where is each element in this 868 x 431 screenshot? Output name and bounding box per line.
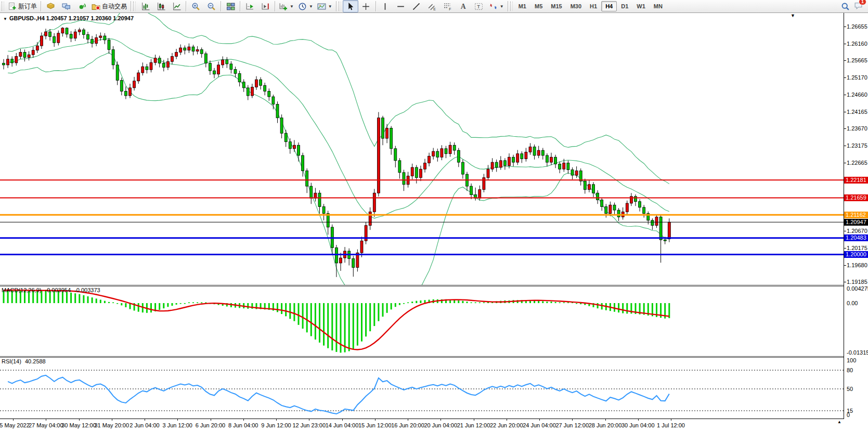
profiles-button[interactable]: [43, 0, 58, 12]
bar-chart-button[interactable]: [137, 0, 153, 12]
candle: [419, 166, 422, 181]
candle: [310, 183, 313, 204]
candle: [441, 145, 443, 160]
toolbar-grip[interactable]: [510, 2, 513, 11]
new-order-icon: [8, 2, 17, 11]
candle: [87, 32, 89, 43]
timeframe-h1[interactable]: H1: [586, 1, 601, 11]
candle: [352, 256, 355, 277]
equidistant-channel-button[interactable]: E: [424, 0, 440, 12]
autotrade-button[interactable]: 自动交易: [89, 0, 129, 12]
timeframe-m1[interactable]: M1: [514, 1, 530, 11]
line-chart-button[interactable]: [169, 0, 184, 12]
notifications-button[interactable]: 1: [854, 1, 863, 12]
candle: [394, 146, 397, 167]
bar-chart-icon: [141, 2, 150, 11]
macd-indicator-plot[interactable]: [0, 286, 844, 356]
time-axis-label: 28 Jun 20:00: [589, 422, 622, 428]
arrows-button[interactable]: ▼: [487, 0, 506, 12]
draw-buttons-group: EFAT▼: [343, 0, 506, 12]
candle: [503, 158, 506, 169]
toolbar-grip[interactable]: [2, 2, 4, 11]
candlestick-chart-icon: [157, 2, 165, 11]
time-axis-label: 9 Jun 12:00: [261, 422, 291, 428]
chevron-down-icon: ▼: [500, 4, 504, 9]
chevron-down-icon: ▼: [3, 17, 7, 21]
candle: [226, 57, 228, 68]
arrows-icon: [489, 2, 498, 11]
candle: [411, 164, 413, 179]
new-chart-button[interactable]: ▼: [277, 0, 296, 12]
candle: [306, 168, 308, 193]
timeframe-m5[interactable]: M5: [530, 1, 547, 11]
timeframe-d1[interactable]: D1: [617, 1, 632, 11]
candle: [626, 201, 628, 215]
timeframe-m30[interactable]: M30: [566, 1, 586, 11]
text-button[interactable]: A: [456, 0, 471, 12]
crosshair-button[interactable]: [358, 0, 374, 12]
price-axis[interactable]: 1.266551.261601.256651.251701.246601.241…: [844, 13, 868, 419]
timeframe-mn[interactable]: MN: [650, 1, 667, 11]
candle: [369, 207, 371, 230]
candle: [264, 83, 266, 95]
main-chart-plot[interactable]: [0, 13, 844, 285]
candle: [66, 28, 68, 38]
chart-shift-marker[interactable]: ▼: [791, 13, 795, 18]
timeframe-h4[interactable]: H4: [601, 1, 617, 11]
chevron-down-icon: ▼: [290, 4, 294, 9]
time-axis-label: 30 May 12:00: [61, 422, 96, 428]
time-axis-label: 1 Jul 12:00: [657, 422, 685, 428]
zoom-in-button[interactable]: [188, 0, 203, 12]
templates-button[interactable]: ▼: [315, 0, 334, 12]
candle: [158, 56, 161, 67]
vertical-line-button[interactable]: [378, 0, 393, 12]
fibonacci-button[interactable]: F: [440, 0, 456, 12]
zoom-out-button[interactable]: [203, 0, 219, 12]
timeframe-w1[interactable]: W1: [632, 1, 650, 11]
new-order-button[interactable]: 新订单: [6, 0, 39, 12]
rsi-indicator-plot[interactable]: [0, 358, 844, 419]
time-axis-label: 21 Jun 12:00: [457, 422, 490, 428]
terminals-button[interactable]: [58, 0, 74, 12]
candle: [474, 188, 477, 201]
toolbar-right-group: 1: [841, 1, 867, 12]
candle: [373, 189, 375, 217]
time-axis-label: 22 Jun 20:00: [490, 422, 523, 428]
auto-scroll-button[interactable]: [242, 0, 257, 12]
toolbar-grip[interactable]: [133, 2, 136, 11]
toolbar-separator: [275, 1, 275, 11]
candle: [23, 49, 26, 61]
time-axis-tick: [79, 419, 80, 421]
text-label-button[interactable]: T: [471, 0, 487, 12]
candlestick-chart-button[interactable]: [153, 0, 169, 12]
equidistant-channel-icon: E: [427, 2, 436, 11]
alerts-button[interactable]: [74, 0, 89, 12]
chevron-down-icon: ▼: [309, 4, 313, 9]
candle: [630, 193, 632, 206]
horizontal-line-button[interactable]: [393, 0, 409, 12]
time-axis-tick: [276, 419, 277, 421]
cursor-button[interactable]: [343, 0, 358, 12]
time-axis-tick: [13, 419, 14, 421]
time-axis-label: 31 May 20:00: [94, 422, 129, 428]
tile-windows-button[interactable]: [223, 0, 238, 12]
price-axis-tick: 1.20670: [844, 228, 868, 234]
time-axis-label: 25 May 2022: [0, 422, 30, 428]
timeframe-m15[interactable]: M15: [547, 1, 566, 11]
candle: [137, 70, 140, 84]
symbol-ohlc-label[interactable]: ▼GBPUSD-,H4 1.20457 1.21057 1.20360 1.20…: [3, 15, 134, 21]
crosshair-icon: [361, 2, 370, 11]
price-axis-tick: 1.23175: [844, 142, 868, 149]
candle: [453, 142, 456, 155]
candle: [567, 161, 569, 174]
time-axis[interactable]: 25 May 202227 May 04:0030 May 12:0031 Ma…: [0, 419, 844, 431]
search-icon[interactable]: [841, 2, 850, 11]
toolbar-grip[interactable]: [339, 2, 341, 11]
time-axis-tick: [145, 419, 145, 421]
trendline-button[interactable]: [409, 0, 424, 12]
new-chart-icon: [279, 2, 288, 11]
time-axis-tick: [474, 419, 474, 421]
period-clock-button[interactable]: ▼: [296, 0, 315, 12]
chart-shift-button[interactable]: [257, 0, 273, 12]
macd-label: MACD(12,26,9) -0.003954 -0.003373: [2, 287, 102, 293]
